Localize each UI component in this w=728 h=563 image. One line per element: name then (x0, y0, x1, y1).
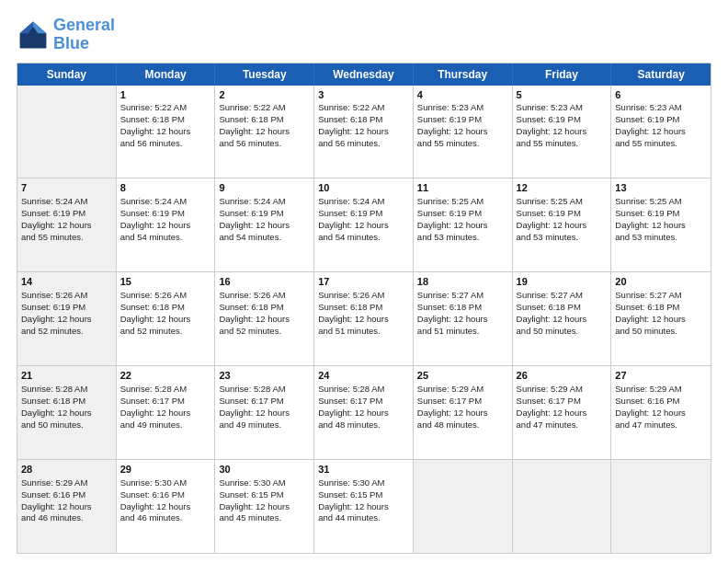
day-number: 9 (219, 181, 310, 195)
day-info: Sunrise: 5:24 AM Sunset: 6:19 PM Dayligh… (120, 196, 191, 241)
day-cell-17: 17Sunrise: 5:26 AM Sunset: 6:18 PM Dayli… (314, 272, 414, 365)
day-cell-19: 19Sunrise: 5:27 AM Sunset: 6:18 PM Dayli… (513, 272, 612, 365)
week-row-3: 14Sunrise: 5:26 AM Sunset: 6:19 PM Dayli… (17, 272, 711, 366)
day-cell-27: 27Sunrise: 5:29 AM Sunset: 6:16 PM Dayli… (611, 366, 711, 459)
day-info: Sunrise: 5:28 AM Sunset: 6:17 PM Dayligh… (318, 384, 389, 429)
day-info: Sunrise: 5:29 AM Sunset: 6:17 PM Dayligh… (517, 384, 587, 429)
week-row-5: 28Sunrise: 5:29 AM Sunset: 6:16 PM Dayli… (17, 460, 711, 553)
day-info: Sunrise: 5:22 AM Sunset: 6:18 PM Dayligh… (318, 102, 389, 147)
day-info: Sunrise: 5:23 AM Sunset: 6:19 PM Dayligh… (517, 102, 587, 147)
day-number: 14 (21, 275, 112, 289)
day-info: Sunrise: 5:29 AM Sunset: 6:16 PM Dayligh… (615, 384, 686, 429)
day-number: 24 (318, 369, 409, 383)
day-number: 27 (615, 369, 707, 383)
day-cell-22: 22Sunrise: 5:28 AM Sunset: 6:17 PM Dayli… (117, 366, 216, 459)
day-number: 11 (417, 181, 508, 195)
empty-cell (513, 460, 612, 553)
day-header-sunday: Sunday (17, 63, 117, 86)
day-number: 17 (318, 275, 409, 289)
day-number: 26 (517, 369, 608, 383)
day-info: Sunrise: 5:27 AM Sunset: 6:18 PM Dayligh… (417, 290, 488, 335)
day-info: Sunrise: 5:26 AM Sunset: 6:18 PM Dayligh… (318, 290, 389, 335)
day-cell-7: 7Sunrise: 5:24 AM Sunset: 6:19 PM Daylig… (17, 178, 117, 271)
week-row-2: 7Sunrise: 5:24 AM Sunset: 6:19 PM Daylig… (17, 178, 711, 272)
day-cell-25: 25Sunrise: 5:29 AM Sunset: 6:17 PM Dayli… (414, 366, 513, 459)
day-info: Sunrise: 5:26 AM Sunset: 6:18 PM Dayligh… (120, 290, 191, 335)
day-info: Sunrise: 5:26 AM Sunset: 6:19 PM Dayligh… (21, 290, 92, 335)
day-cell-3: 3Sunrise: 5:22 AM Sunset: 6:18 PM Daylig… (314, 86, 414, 178)
day-info: Sunrise: 5:24 AM Sunset: 6:19 PM Dayligh… (21, 196, 92, 241)
empty-cell (611, 460, 711, 553)
day-number: 23 (219, 369, 310, 383)
empty-cell (414, 460, 513, 553)
day-number: 15 (120, 275, 211, 289)
day-number: 6 (615, 88, 707, 102)
day-cell-13: 13Sunrise: 5:25 AM Sunset: 6:19 PM Dayli… (611, 178, 711, 271)
day-info: Sunrise: 5:29 AM Sunset: 6:16 PM Dayligh… (21, 477, 92, 523)
week-row-1: 1Sunrise: 5:22 AM Sunset: 6:18 PM Daylig… (17, 86, 711, 179)
day-cell-30: 30Sunrise: 5:30 AM Sunset: 6:15 PM Dayli… (215, 460, 314, 553)
day-header-monday: Monday (117, 63, 216, 86)
day-cell-29: 29Sunrise: 5:30 AM Sunset: 6:16 PM Dayli… (117, 460, 216, 553)
day-info: Sunrise: 5:23 AM Sunset: 6:19 PM Dayligh… (615, 102, 686, 147)
day-cell-23: 23Sunrise: 5:28 AM Sunset: 6:17 PM Dayli… (215, 366, 314, 459)
day-number: 29 (120, 463, 211, 477)
calendar: SundayMondayTuesdayWednesdayThursdayFrid… (17, 63, 711, 554)
day-number: 20 (615, 275, 707, 289)
day-number: 30 (219, 463, 310, 477)
day-info: Sunrise: 5:28 AM Sunset: 6:18 PM Dayligh… (21, 384, 92, 429)
day-cell-11: 11Sunrise: 5:25 AM Sunset: 6:19 PM Dayli… (414, 178, 513, 271)
day-info: Sunrise: 5:26 AM Sunset: 6:18 PM Dayligh… (219, 290, 290, 335)
day-cell-16: 16Sunrise: 5:26 AM Sunset: 6:18 PM Dayli… (215, 272, 314, 365)
week-row-4: 21Sunrise: 5:28 AM Sunset: 6:18 PM Dayli… (17, 366, 711, 460)
day-cell-28: 28Sunrise: 5:29 AM Sunset: 6:16 PM Dayli… (17, 460, 117, 553)
day-info: Sunrise: 5:24 AM Sunset: 6:19 PM Dayligh… (318, 196, 389, 241)
header: General Blue (17, 17, 711, 53)
logo: General Blue (17, 17, 115, 53)
day-cell-4: 4Sunrise: 5:23 AM Sunset: 6:19 PM Daylig… (414, 86, 513, 178)
day-cell-12: 12Sunrise: 5:25 AM Sunset: 6:19 PM Dayli… (513, 178, 612, 271)
day-number: 4 (417, 88, 508, 102)
day-info: Sunrise: 5:27 AM Sunset: 6:18 PM Dayligh… (517, 290, 587, 335)
logo-text: General Blue (53, 17, 115, 53)
day-info: Sunrise: 5:27 AM Sunset: 6:18 PM Dayligh… (615, 290, 686, 335)
day-cell-20: 20Sunrise: 5:27 AM Sunset: 6:18 PM Dayli… (611, 272, 711, 365)
day-cell-10: 10Sunrise: 5:24 AM Sunset: 6:19 PM Dayli… (314, 178, 414, 271)
day-number: 13 (615, 181, 707, 195)
day-cell-6: 6Sunrise: 5:23 AM Sunset: 6:19 PM Daylig… (611, 86, 711, 178)
day-number: 16 (219, 275, 310, 289)
day-cell-2: 2Sunrise: 5:22 AM Sunset: 6:18 PM Daylig… (215, 86, 314, 178)
day-cell-1: 1Sunrise: 5:22 AM Sunset: 6:18 PM Daylig… (117, 86, 216, 178)
day-number: 19 (517, 275, 608, 289)
day-number: 31 (318, 463, 409, 477)
day-info: Sunrise: 5:28 AM Sunset: 6:17 PM Dayligh… (120, 384, 191, 429)
day-number: 21 (21, 369, 112, 383)
day-number: 2 (219, 88, 310, 102)
day-number: 18 (417, 275, 508, 289)
day-info: Sunrise: 5:22 AM Sunset: 6:18 PM Dayligh… (120, 102, 191, 147)
day-number: 5 (517, 88, 608, 102)
day-number: 7 (21, 181, 112, 195)
day-number: 25 (417, 369, 508, 383)
day-header-wednesday: Wednesday (314, 63, 414, 86)
day-info: Sunrise: 5:30 AM Sunset: 6:16 PM Dayligh… (120, 477, 191, 523)
day-number: 22 (120, 369, 211, 383)
day-info: Sunrise: 5:25 AM Sunset: 6:19 PM Dayligh… (417, 196, 488, 241)
day-number: 3 (318, 88, 409, 102)
day-cell-9: 9Sunrise: 5:24 AM Sunset: 6:19 PM Daylig… (215, 178, 314, 271)
empty-cell (17, 86, 117, 178)
day-cell-26: 26Sunrise: 5:29 AM Sunset: 6:17 PM Dayli… (513, 366, 612, 459)
day-cell-21: 21Sunrise: 5:28 AM Sunset: 6:18 PM Dayli… (17, 366, 117, 459)
day-info: Sunrise: 5:30 AM Sunset: 6:15 PM Dayligh… (318, 477, 389, 523)
day-cell-14: 14Sunrise: 5:26 AM Sunset: 6:19 PM Dayli… (17, 272, 117, 365)
day-info: Sunrise: 5:22 AM Sunset: 6:18 PM Dayligh… (219, 102, 290, 147)
day-info: Sunrise: 5:29 AM Sunset: 6:17 PM Dayligh… (417, 384, 488, 429)
day-info: Sunrise: 5:23 AM Sunset: 6:19 PM Dayligh… (417, 102, 488, 147)
day-info: Sunrise: 5:25 AM Sunset: 6:19 PM Dayligh… (517, 196, 587, 241)
day-info: Sunrise: 5:24 AM Sunset: 6:19 PM Dayligh… (219, 196, 290, 241)
logo-icon (17, 18, 50, 52)
day-number: 12 (517, 181, 608, 195)
day-number: 1 (120, 88, 211, 102)
day-cell-5: 5Sunrise: 5:23 AM Sunset: 6:19 PM Daylig… (513, 86, 612, 178)
day-info: Sunrise: 5:25 AM Sunset: 6:19 PM Dayligh… (615, 196, 686, 241)
